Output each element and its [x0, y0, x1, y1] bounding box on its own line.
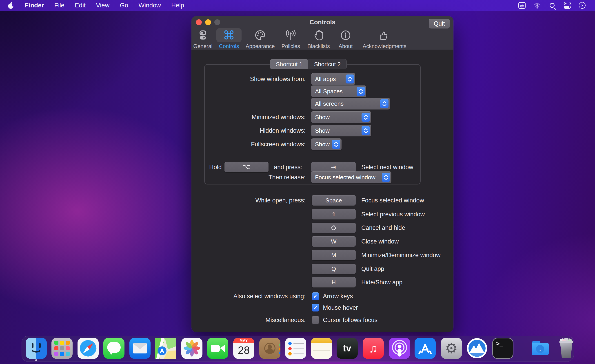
dock-terminal-icon[interactable]: >_	[492, 338, 513, 359]
dock-maps-icon[interactable]	[155, 338, 176, 359]
dock-photos-icon[interactable]	[181, 338, 202, 359]
wifi-warning-icon[interactable]	[533, 2, 541, 9]
dock-alttab-icon[interactable]	[467, 338, 488, 359]
minimized-windows-dropdown[interactable]: Show	[311, 111, 371, 123]
window-titlebar[interactable]: Controls Quit General ⌘ Controls	[191, 16, 453, 50]
menu-item-edit[interactable]: Edit	[75, 2, 86, 9]
dock-facetime-icon[interactable]	[207, 338, 228, 359]
stepper-icon	[346, 75, 354, 83]
gear-icon: ⚙	[445, 340, 458, 357]
hold-key-recorder[interactable]	[225, 162, 269, 172]
m-key-recorder[interactable]: M	[312, 250, 356, 260]
menu-item-view[interactable]: View	[96, 2, 109, 9]
shift-key-recorder[interactable]: ⇧	[312, 209, 356, 220]
user-switch-icon[interactable]: ›	[578, 2, 586, 9]
alttab-preferences-window: Controls Quit General ⌘ Controls	[191, 16, 453, 332]
dock-tv-icon[interactable]: tv	[337, 338, 358, 359]
menu-item-file[interactable]: File	[54, 2, 64, 9]
dock-reminders-icon[interactable]	[285, 338, 306, 359]
shortcut-action-text: Hide/Show app	[361, 279, 403, 286]
control-center-icon[interactable]	[563, 2, 571, 9]
apple-logo-icon	[8, 1, 14, 9]
cursor-follows-focus-label: Cursor follows focus	[323, 317, 377, 324]
shortcut-tab-control: Shortcut 1 Shortcut 2	[270, 59, 347, 69]
menu-item-finder[interactable]: Finder	[25, 2, 44, 9]
show-windows-from-dropdown[interactable]: All apps	[311, 73, 355, 85]
terminal-prompt: >_	[496, 341, 503, 347]
mouse-hover-checkbox[interactable]: ✓	[312, 304, 319, 311]
tab-shortcut-1[interactable]: Shortcut 1	[270, 59, 308, 69]
dropdown-value: Show	[315, 141, 330, 148]
menu-bar: Finder File Edit View Go Window Help ⇄	[0, 0, 595, 11]
dock-divider	[523, 339, 523, 358]
shift-key-glyph: ⇧	[331, 211, 336, 218]
space-key-recorder[interactable]: Space	[312, 195, 356, 206]
shortcut-action-text: Select previous window	[361, 211, 425, 218]
dock-finder-icon[interactable]	[26, 338, 47, 359]
spaces-dropdown[interactable]: All Spaces	[311, 85, 366, 97]
key-glyph: W	[331, 238, 337, 245]
dock-system-preferences-icon[interactable]: ⚙	[441, 338, 462, 359]
dropdown-value: All apps	[315, 76, 336, 82]
arrow-keys-checkbox[interactable]: ✓	[312, 292, 319, 300]
tab-shortcut-2[interactable]: Shortcut 2	[308, 59, 347, 69]
search-icon[interactable]	[548, 2, 556, 9]
toolbar-tab-about[interactable]: About	[325, 28, 366, 49]
also-select-label: Also select windows using:	[234, 293, 305, 300]
dock-appstore-icon[interactable]	[415, 338, 436, 359]
quit-button[interactable]: Quit	[429, 19, 450, 28]
option-key-icon	[243, 165, 250, 170]
escape-key-recorder[interactable]	[312, 223, 356, 233]
dock-messages-icon[interactable]	[103, 338, 125, 359]
dock-notes-icon[interactable]	[311, 338, 332, 359]
key-glyph: M	[331, 252, 336, 259]
w-key-recorder[interactable]: W	[312, 236, 356, 247]
show-windows-from-label: Show windows from:	[250, 76, 305, 82]
hand-icon	[314, 30, 324, 41]
desktop: Finder File Edit View Go Window Help ⇄	[0, 0, 595, 364]
hold-label: Hold	[209, 164, 222, 171]
finder-running-indicator	[35, 359, 37, 361]
music-note-icon: ♫	[369, 342, 378, 355]
dock-safari-icon[interactable]	[78, 338, 99, 359]
dock-music-icon[interactable]: ♫	[363, 338, 384, 359]
window-title: Controls	[191, 19, 453, 26]
while-open-label: While open, press:	[255, 197, 305, 204]
cursor-follows-focus-checkbox[interactable]	[312, 316, 319, 324]
q-key-recorder[interactable]: Q	[312, 264, 356, 274]
toolbar-tab-acknowledgments[interactable]: Acknowledgments	[363, 28, 403, 49]
then-release-dropdown[interactable]: Focus selected window	[311, 172, 391, 183]
tv-label: tv	[343, 343, 351, 353]
key-glyph: H	[332, 279, 336, 286]
shortcut-action-text: Quit app	[361, 266, 384, 272]
window-switcher-icon[interactable]: ⇄	[518, 2, 526, 9]
fullscreen-windows-dropdown[interactable]: Show	[311, 138, 341, 150]
checkmark-icon: ✓	[313, 293, 318, 300]
antenna-icon	[285, 30, 296, 41]
calendar-day: 28	[233, 344, 254, 356]
shortcut-action-text: Close window	[361, 238, 399, 245]
dock-calendar-icon[interactable]: MAY 28	[233, 338, 254, 359]
dropdown-value: All Spaces	[315, 88, 343, 95]
shortcut-action-text: Minimize/Deminimize window	[361, 252, 441, 259]
dock-launchpad-icon[interactable]	[51, 338, 73, 359]
dropdown-value: Focus selected window	[315, 174, 375, 181]
escape-key-icon	[331, 225, 337, 231]
h-key-recorder[interactable]: H	[312, 277, 356, 288]
screens-dropdown[interactable]: All screens	[311, 98, 390, 110]
apple-menu[interactable]	[8, 1, 14, 9]
dock-trash-icon[interactable]	[556, 338, 577, 359]
toolbar-label: Acknowledgments	[363, 43, 403, 49]
menu-item-help[interactable]: Help	[171, 2, 184, 9]
dock-downloads-icon[interactable]: ↓	[530, 338, 551, 359]
dock-podcasts-icon[interactable]	[389, 338, 410, 359]
shortcut-action-text: Cancel and hide	[361, 224, 405, 231]
hidden-windows-label: Hidden windows:	[260, 127, 305, 134]
hidden-windows-dropdown[interactable]: Show	[311, 125, 371, 137]
press-key-recorder[interactable]: ⇥	[311, 162, 356, 172]
dock-mail-icon[interactable]	[129, 338, 150, 359]
dock-contacts-icon[interactable]	[259, 338, 280, 359]
menu-item-window[interactable]: Window	[138, 2, 161, 9]
menu-item-go[interactable]: Go	[120, 2, 128, 9]
dropdown-value: Show	[315, 127, 330, 134]
